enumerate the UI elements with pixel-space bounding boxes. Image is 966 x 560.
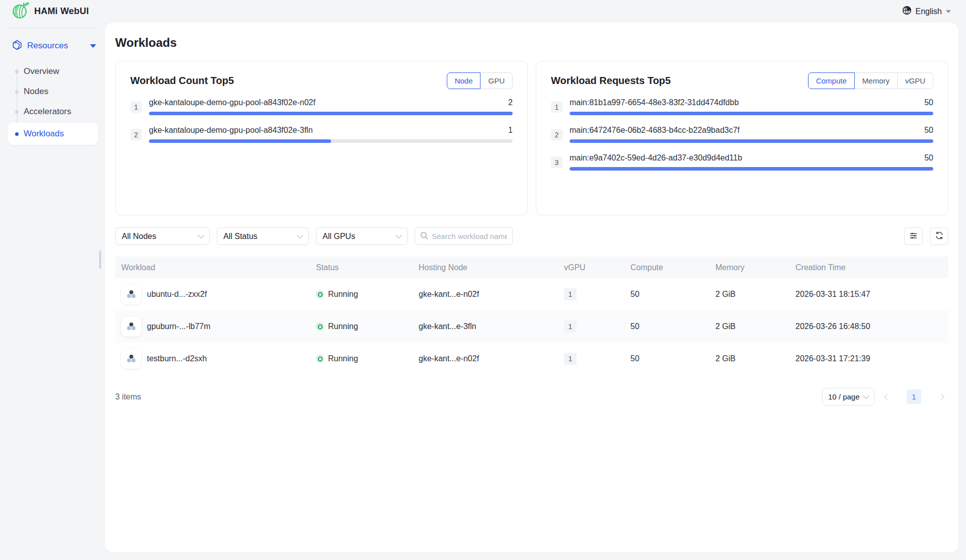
vgpu-badge: 1 xyxy=(564,353,577,365)
top5-cards-row: Workload Count Top5 Node GPU 1 gke-kanta… xyxy=(115,61,948,215)
workload-count-top5-title: Workload Count Top5 xyxy=(130,75,234,87)
gpus-filter-value: All GPUs xyxy=(323,232,355,241)
sidebar-resize-handle[interactable] xyxy=(99,251,101,269)
count-top5-row-content: gke-kantaloupe-demo-gpu-pool-a843f02e-3f… xyxy=(149,126,513,143)
bar-track xyxy=(149,139,513,143)
page-title: Workloads xyxy=(115,36,948,50)
chevron-left-icon xyxy=(884,393,891,400)
bar-fill xyxy=(570,167,933,171)
workload-search-input[interactable] xyxy=(432,232,507,241)
hami-logo-icon xyxy=(11,1,29,22)
count-row-value: 1 xyxy=(508,126,513,135)
status-running-icon xyxy=(316,355,324,363)
sidebar-item-accelerators[interactable]: Accelerators xyxy=(0,102,105,122)
requests-row-value: 50 xyxy=(924,153,933,163)
workload-pod-icon xyxy=(125,352,138,365)
requests-toggle-group: Compute Memory vGPU xyxy=(808,72,933,89)
bar-fill xyxy=(570,139,933,143)
sidebar-item-workloads[interactable]: Workloads xyxy=(8,123,98,145)
chevron-down-icon xyxy=(946,10,951,13)
status-filter-value: All Status xyxy=(223,232,258,241)
column-settings-icon xyxy=(909,231,918,242)
bullet-dot-icon xyxy=(15,90,19,94)
sidebar-item-overview-label: Overview xyxy=(24,66,59,76)
page-size-value: 10 / page xyxy=(828,392,860,401)
compute-value: 50 xyxy=(624,290,709,299)
workload-count-top5-header: Workload Count Top5 Node GPU xyxy=(130,72,513,89)
prev-page-button[interactable] xyxy=(879,389,895,405)
workload-name[interactable]: gpuburn-...-lb77m xyxy=(147,322,210,331)
sidebar-item-resources[interactable]: Resources xyxy=(0,35,105,56)
creation-time: 2026-03-31 17:21:39 xyxy=(789,354,948,363)
chevron-right-icon xyxy=(938,393,944,400)
column-settings-button[interactable] xyxy=(904,227,923,245)
app-title: HAMi WebUI xyxy=(34,6,89,17)
column-header-creation-time: Creation Time xyxy=(789,263,948,272)
pod-chip xyxy=(121,316,141,337)
column-header-status: Status xyxy=(310,263,413,272)
workload-requests-top5-card: Workload Requests Top5 Compute Memory vG… xyxy=(536,61,948,215)
bar-track xyxy=(149,112,513,115)
nodes-filter-select[interactable]: All Nodes xyxy=(115,227,210,245)
next-page-button[interactable] xyxy=(933,389,948,405)
toggle-compute-button[interactable]: Compute xyxy=(808,72,855,89)
bar-fill xyxy=(149,139,331,143)
sidebar-item-overview[interactable]: Overview xyxy=(0,61,105,82)
pod-chip xyxy=(121,349,141,369)
pod-chip xyxy=(121,284,141,304)
sidebar-item-accelerators-label: Accelerators xyxy=(24,107,71,117)
gpus-filter-select[interactable]: All GPUs xyxy=(316,227,408,245)
requests-top5-row: 1 main:81b1a997-6654-48e3-83f2-31dd474df… xyxy=(551,98,933,115)
compute-value: 50 xyxy=(624,322,709,331)
count-top5-row: 1 gke-kantaloupe-demo-gpu-pool-a843f02e-… xyxy=(130,98,513,115)
language-selector[interactable]: English xyxy=(902,6,951,17)
sidebar-item-nodes[interactable]: Nodes xyxy=(0,82,105,102)
cube-icon xyxy=(12,40,22,52)
sidebar-item-workloads-label: Workloads xyxy=(24,129,64,139)
hosting-node: gke-kant...e-n02f xyxy=(413,290,558,299)
sidebar-item-nodes-label: Nodes xyxy=(24,87,48,97)
table-row[interactable]: ubuntu-d...-zxx2f Running gke-kant...e-n… xyxy=(115,278,948,310)
count-row-value: 2 xyxy=(508,98,513,107)
workload-count-top5-card: Workload Count Top5 Node GPU 1 gke-kanta… xyxy=(115,61,528,215)
workload-requests-top5-header: Workload Requests Top5 Compute Memory vG… xyxy=(551,72,933,89)
requests-top5-row-content: main:81b1a997-6654-48e3-83f2-31dd474dfdb… xyxy=(570,98,933,115)
chevron-down-icon xyxy=(297,232,303,238)
requests-top5-row: 3 main:e9a7402c-59ed-4d26-ad37-e30d9d4ed… xyxy=(551,153,933,171)
compute-value: 50 xyxy=(624,354,709,363)
sidebar-divider xyxy=(7,28,96,28)
bar-fill xyxy=(149,112,513,115)
requests-row-value: 50 xyxy=(924,98,933,107)
workload-name[interactable]: testburn...-d2sxh xyxy=(147,354,207,363)
column-header-workload: Workload xyxy=(115,263,310,272)
status-running-icon xyxy=(316,323,324,331)
hosting-node: gke-kant...e-n02f xyxy=(413,354,558,363)
count-row-label: gke-kantaloupe-demo-gpu-pool-a843f02e-n0… xyxy=(149,98,315,107)
toggle-node-button[interactable]: Node xyxy=(447,72,481,89)
status-filter-select[interactable]: All Status xyxy=(217,227,309,245)
memory-value: 2 GiB xyxy=(709,354,789,363)
workload-name[interactable]: ubuntu-d...-zxx2f xyxy=(147,290,207,299)
table-row[interactable]: gpuburn-...-lb77m Running gke-kant...e-3… xyxy=(115,310,948,343)
table-row[interactable]: testburn...-d2sxh Running gke-kant...e-n… xyxy=(115,343,948,375)
bar-track xyxy=(570,167,933,171)
memory-value: 2 GiB xyxy=(709,290,789,299)
bullet-dot-icon xyxy=(15,110,19,114)
bar-track xyxy=(570,112,933,115)
refresh-button[interactable] xyxy=(930,227,948,245)
requests-top5-row: 2 main:6472476e-06b2-4683-b4cc-b22a9bad3… xyxy=(551,126,933,143)
table-footer: 3 items 10 / page 1 xyxy=(115,388,948,406)
bar-track xyxy=(570,139,933,143)
bar-fill xyxy=(570,112,933,115)
requests-top5-row-content: main:6472476e-06b2-4683-b4cc-b22a9bad3c7… xyxy=(570,126,933,143)
language-label: English xyxy=(916,7,942,16)
toggle-gpu-button[interactable]: GPU xyxy=(480,72,513,89)
toggle-vgpu-button[interactable]: vGPU xyxy=(897,72,933,89)
toggle-memory-button[interactable]: Memory xyxy=(854,72,898,89)
workload-search-box xyxy=(415,227,513,245)
page-size-select[interactable]: 10 / page xyxy=(822,388,874,406)
globe-icon xyxy=(902,6,912,17)
current-page-button[interactable]: 1 xyxy=(907,389,921,404)
creation-time: 2026-03-26 16:48:50 xyxy=(789,322,948,331)
search-icon xyxy=(420,231,428,242)
